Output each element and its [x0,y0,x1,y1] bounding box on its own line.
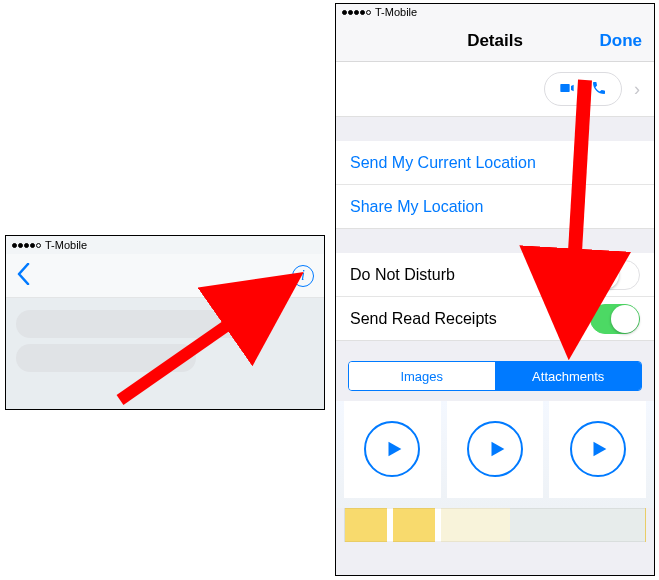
settings-group: Do Not Disturb Send Read Receipts [336,253,654,341]
nav-bar: Details Done [336,20,654,62]
carrier-label: T-Mobile [45,239,87,251]
contact-action-pill [544,72,622,106]
play-icon [364,421,420,477]
cell-label: Do Not Disturb [350,266,455,284]
tab-label: Attachments [532,369,604,384]
phone-icon [591,80,607,99]
message-bubble [16,310,246,338]
attachment-tile[interactable] [344,401,441,498]
video-call-button[interactable] [554,76,580,102]
location-group: Send My Current Location Share My Locati… [336,141,654,229]
send-current-location-button[interactable]: Send My Current Location [336,141,654,185]
cell-label: Send My Current Location [350,154,536,172]
share-my-location-button[interactable]: Share My Location [336,185,654,229]
chevron-right-icon[interactable]: › [634,79,640,100]
messages-conversation-screenshot: T-Mobile i [5,235,325,410]
tab-attachments[interactable]: Attachments [496,362,642,390]
attachment-tile[interactable] [549,401,646,498]
read-receipts-row: Send Read Receipts [336,297,654,341]
info-button[interactable]: i [292,265,314,287]
signal-icon [12,243,41,248]
play-icon [467,421,523,477]
info-icon: i [301,268,305,284]
done-button[interactable]: Done [600,31,643,51]
section-gap [336,341,654,355]
switch-knob [591,261,619,289]
cell-label: Share My Location [350,198,483,216]
attachments-grid [336,401,654,508]
video-icon [559,80,575,99]
conversation-body [6,298,324,384]
do-not-disturb-switch[interactable] [590,260,640,290]
signal-icon [342,10,371,15]
tab-images[interactable]: Images [349,362,496,390]
status-bar: T-Mobile [336,4,654,20]
message-bubble [16,344,196,372]
section-gap [336,229,654,253]
play-icon [570,421,626,477]
attachment-tile[interactable] [447,401,544,498]
cell-label: Send Read Receipts [350,310,497,328]
media-tabs-row: Images Attachments [336,355,654,401]
nav-bar: i [6,254,324,298]
map-thumbnail[interactable] [344,508,646,542]
contact-actions-row: › [336,62,654,117]
switch-knob [611,305,639,333]
status-bar: T-Mobile [6,236,324,254]
section-gap [336,117,654,141]
carrier-label: T-Mobile [375,6,417,18]
audio-call-button[interactable] [586,76,612,102]
details-screen-screenshot: T-Mobile Details Done › Send My Current … [335,3,655,576]
read-receipts-switch[interactable] [590,304,640,334]
tab-label: Images [400,369,443,384]
back-chevron-icon[interactable] [16,263,30,289]
segmented-control: Images Attachments [348,361,642,391]
do-not-disturb-row: Do Not Disturb [336,253,654,297]
